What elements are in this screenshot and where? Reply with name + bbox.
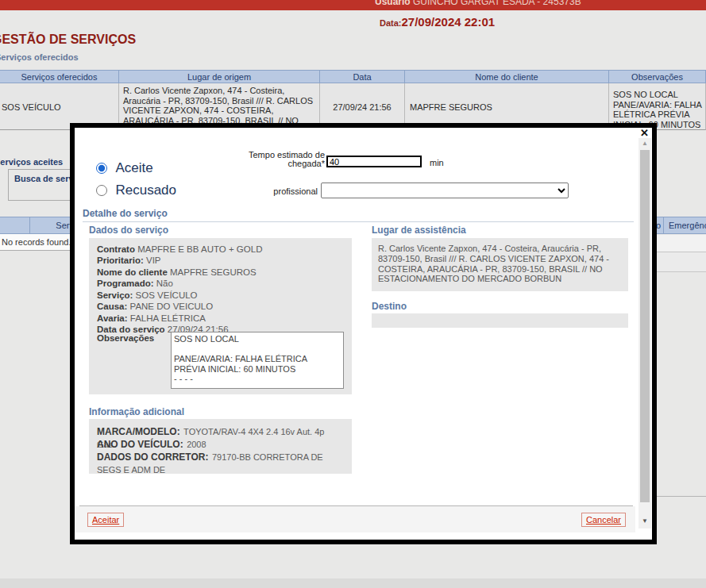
accept-button[interactable]: Aceitar [87, 513, 124, 527]
observations-textarea[interactable]: SOS NO LOCAL PANE/AVARIA: FALHA ELÉTRICA… [171, 332, 344, 389]
additional-info-panel: MARCA/MODELO: TOYOTA/RAV-4 4X4 2.4 16v A… [89, 419, 352, 474]
accepted-column-emergency: Emergência [665, 217, 706, 233]
scrollbar-thumb[interactable] [640, 150, 650, 502]
field-contract: Contrato MAPFRE E BB AUTO + GOLD [97, 244, 262, 254]
dialog-scrollbar[interactable]: ▲ ▼ [638, 138, 651, 528]
offered-services-header-row: Serviços oferecidos Lugar de origem Data… [0, 71, 706, 83]
offered-services-table: Serviços oferecidos Lugar de origem Data… [0, 70, 706, 130]
professional-select[interactable] [321, 183, 569, 198]
user-label: Usuário [375, 0, 411, 7]
eta-unit-label: min [430, 158, 444, 167]
offered-services-subtitle: Serviços oferecidos [0, 52, 79, 62]
field-failure: Avaria: FALHA ELÉTRICA [97, 313, 206, 323]
service-data-panel: Contrato MAPFRE E BB AUTO + GOLD Priorit… [89, 238, 352, 394]
cancel-button[interactable]: Cancelar [581, 513, 626, 527]
destination-panel [372, 313, 628, 328]
accepted-table-row-fragment [657, 252, 706, 272]
user-info: Usuário GUINCHO GARGAT ESADA - 245373B [375, 0, 581, 7]
assistance-place-text: R. Carlos Vicente Zapxon, 474 - Costeira… [378, 244, 620, 284]
content-divider [657, 496, 706, 497]
destination-title: Destino [372, 301, 407, 312]
service-detail-title: Detalhe do serviço [83, 208, 168, 219]
column-header-notes: Observações [609, 71, 706, 83]
radio-row-reject: Recusado [96, 183, 176, 198]
column-header-origin: Lugar de origem [119, 71, 320, 83]
field-priority: Prioritario: VIP [97, 256, 161, 265]
accept-radio-label[interactable]: Aceite [115, 160, 152, 175]
service-accept-dialog: ✕ ▲ ▼ Aceite Recusado Tempo estimado de … [70, 123, 657, 544]
eta-input[interactable] [326, 156, 422, 167]
additional-info-title: Informação adicional [89, 406, 184, 417]
eta-label: Tempo estimado de chegada* [194, 151, 325, 168]
radio-row-accept: Aceite [96, 160, 153, 176]
professional-label: profissional [194, 186, 318, 196]
accepted-table-row-fragment [657, 235, 706, 252]
scroll-up-icon[interactable]: ▲ [638, 138, 651, 149]
close-icon[interactable]: ✕ [640, 128, 649, 138]
footer-bar [75, 506, 635, 532]
assistance-place-title: Lugar de assistência [372, 225, 466, 236]
bottom-strip [0, 578, 706, 588]
reject-radio-label[interactable]: Recusado [115, 183, 176, 198]
column-header-client: Nome do cliente [405, 71, 609, 83]
scroll-down-icon[interactable]: ▼ [638, 516, 651, 527]
field-cause: Causa: PANE DO VEICULO [97, 302, 213, 311]
field-scheduled: Programado: Não [97, 279, 173, 288]
date-label: Data: [380, 18, 402, 28]
column-header-service: Serviços oferecidos [0, 71, 119, 83]
field-vehicle-year: ANO DO VEÍCULO: 2008 [97, 438, 345, 451]
observations-label: Observações [97, 333, 154, 343]
accepted-services-title: Serviços aceites [0, 157, 63, 167]
date-value: 27/09/2024 22:01 [402, 15, 496, 29]
divider [83, 221, 634, 222]
accepted-table-empty-header [0, 217, 30, 233]
date-line: Data:27/09/2024 22:01 [380, 15, 495, 29]
accept-radio[interactable] [96, 163, 107, 174]
field-broker-data: DADOS DO CORRETOR: 79170-BB CORRETORA DE… [97, 451, 345, 475]
eta-label-line2: chegada* [288, 159, 326, 168]
reject-radio[interactable] [96, 185, 107, 196]
field-service: Serviço: SOS VEÍCULO [97, 290, 198, 300]
page: Usuário GUINCHO GARGAT ESADA - 245373B D… [0, 0, 706, 588]
column-header-date: Data [320, 71, 405, 83]
field-client-name: Nome do cliente MAPFRE SEGUROS [97, 267, 257, 277]
user-value: GUINCHO GARGAT ESADA - 245373B [413, 0, 581, 7]
top-bar: Usuário GUINCHO GARGAT ESADA - 245373B [0, 0, 706, 10]
assistance-place-panel: R. Carlos Vicente Zapxon, 474 - Costeira… [372, 238, 628, 291]
service-data-title: Dados do serviço [89, 225, 168, 236]
page-title: GESTÃO DE SERVIÇOS [0, 33, 136, 47]
